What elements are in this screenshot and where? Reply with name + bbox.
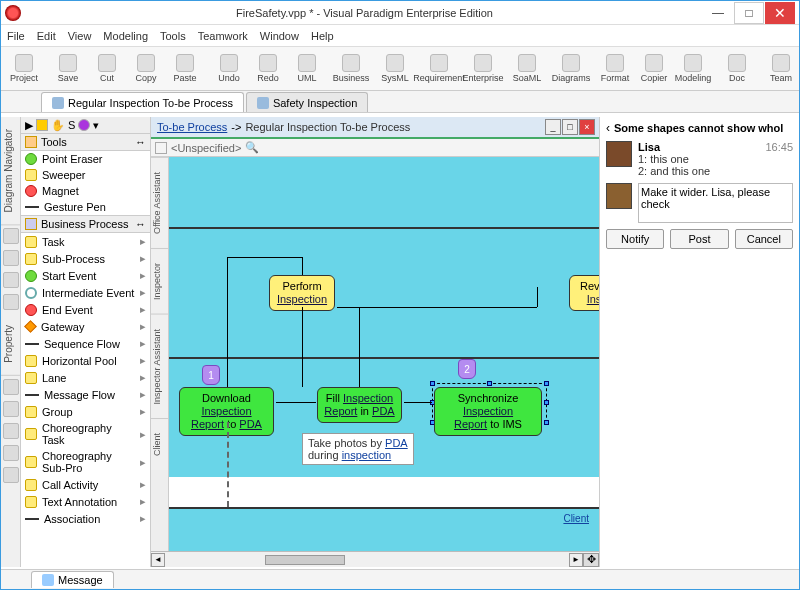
palette-selector-row[interactable]: ▶✋S▾ (21, 117, 150, 133)
side-icon[interactable] (3, 401, 19, 417)
menu-window[interactable]: Window (260, 30, 299, 42)
palette-bp-item[interactable]: Gateway▸ (21, 318, 150, 335)
toolbar-uml[interactable]: UML (288, 49, 326, 89)
pan-grip-icon[interactable]: ✥ (583, 553, 599, 567)
toolbar-requirement[interactable]: Requirement (420, 49, 458, 89)
toolbar-copy[interactable]: Copy (127, 49, 165, 89)
diagram-canvas[interactable]: Perform Inspection Revie Ins 1 2 Downloa… (169, 157, 599, 551)
toolbar-team[interactable]: Team (762, 49, 799, 89)
unspecified-label[interactable]: <Unspecified> (171, 142, 241, 154)
lane-tab-insp-asst[interactable]: Inspector Assistant (151, 314, 168, 419)
menu-tools[interactable]: Tools (160, 30, 186, 42)
doc-max-button[interactable]: □ (562, 119, 578, 135)
toolbar-undo[interactable]: Undo (210, 49, 248, 89)
lane-tab-office[interactable]: Office Assistant (151, 157, 168, 248)
toolbar-redo[interactable]: Redo (249, 49, 287, 89)
toolbar-copier[interactable]: Copier (635, 49, 673, 89)
lane-tab-inspector[interactable]: Inspector (151, 248, 168, 314)
doc-tab[interactable]: Safety Inspection (246, 92, 368, 112)
toolbar-modeling[interactable]: Modeling (674, 49, 712, 89)
doc-close-button[interactable]: × (579, 119, 595, 135)
close-button[interactable]: ✕ (765, 2, 795, 24)
palette-bp-item[interactable]: Sub-Process▸ (21, 250, 150, 267)
side-icon[interactable] (3, 272, 19, 288)
scroll-right-icon[interactable]: ► (569, 553, 583, 567)
annotation-note[interactable]: Take photos by PDA during inspection (302, 433, 414, 465)
menu-teamwork[interactable]: Teamwork (198, 30, 248, 42)
palette-bp-item[interactable]: Intermediate Event▸ (21, 284, 150, 301)
palette-bp-item[interactable]: Choreography Task▸ (21, 420, 150, 448)
search-icon[interactable]: 🔍 (245, 141, 259, 154)
reply-input[interactable] (638, 183, 793, 223)
side-tab-diagram-nav[interactable]: Diagram Navigator (1, 117, 20, 225)
palette-tool[interactable]: Magnet (21, 183, 150, 199)
task-review[interactable]: Revie Ins (569, 275, 599, 311)
notify-button[interactable]: Notify (606, 229, 664, 249)
toolbar-soaml[interactable]: SoaML (508, 49, 546, 89)
toolbar-doc[interactable]: Doc (718, 49, 756, 89)
document-tabs: Regular Inspection To-be ProcessSafety I… (1, 91, 799, 113)
chevron-left-icon[interactable]: ‹ (606, 121, 610, 135)
side-icon[interactable] (3, 423, 19, 439)
palette-bp-item[interactable]: Association▸ (21, 510, 150, 527)
checkbox-icon[interactable] (155, 142, 167, 154)
palette-section-bp[interactable]: Business Process↔ (21, 215, 150, 233)
menu-file[interactable]: File (7, 30, 25, 42)
palette-bp-item[interactable]: Sequence Flow▸ (21, 335, 150, 352)
doc-tab[interactable]: Regular Inspection To-be Process (41, 92, 244, 112)
palette-section-tools[interactable]: Tools↔ (21, 133, 150, 151)
canvas-hscrollbar[interactable]: ◄ ► ✥ (151, 551, 599, 567)
minimize-button[interactable]: — (703, 2, 733, 24)
toolbar-enterprise[interactable]: Enterprise (464, 49, 502, 89)
menu-help[interactable]: Help (311, 30, 334, 42)
palette-bp-item[interactable]: Choreography Sub-Pro▸ (21, 448, 150, 476)
comment-marker-1[interactable]: 1 (202, 365, 220, 385)
palette-bp-item[interactable]: Horizontal Pool▸ (21, 352, 150, 369)
palette-bp-item[interactable]: Start Event▸ (21, 267, 150, 284)
toolbar-sysml[interactable]: SysML (376, 49, 414, 89)
palette-tool[interactable]: Gesture Pen (21, 199, 150, 215)
palette-bp-item[interactable]: Task▸ (21, 233, 150, 250)
client-label[interactable]: Client (563, 513, 589, 524)
scroll-left-icon[interactable]: ◄ (151, 553, 165, 567)
palette-bp-item[interactable]: Text Annotation▸ (21, 493, 150, 510)
palette-tool[interactable]: Point Eraser (21, 151, 150, 167)
lane-tab-client[interactable]: Client (151, 418, 168, 470)
side-icon[interactable] (3, 467, 19, 483)
side-tab-property[interactable]: Property (1, 313, 20, 376)
post-button[interactable]: Post (670, 229, 728, 249)
side-icon[interactable] (3, 379, 19, 395)
breadcrumb-root[interactable]: To-be Process (157, 121, 227, 133)
palette-bp-item[interactable]: End Event▸ (21, 301, 150, 318)
toolbar-save[interactable]: Save (49, 49, 87, 89)
side-icon[interactable] (3, 228, 19, 244)
side-icon[interactable] (3, 294, 19, 310)
menu-view[interactable]: View (68, 30, 92, 42)
maximize-button[interactable]: □ (734, 2, 764, 24)
menu-edit[interactable]: Edit (37, 30, 56, 42)
toolbar-paste[interactable]: Paste (166, 49, 204, 89)
toolbar-diagrams[interactable]: Diagrams (552, 49, 590, 89)
task-perform-inspection[interactable]: Perform Inspection (269, 275, 335, 311)
task-label: Revie (580, 280, 599, 292)
palette-bp-item[interactable]: Call Activity▸ (21, 476, 150, 493)
toolbar-project[interactable]: Project (5, 49, 43, 89)
palette-tool[interactable]: Sweeper (21, 167, 150, 183)
comment-marker-2[interactable]: 2 (458, 359, 476, 379)
toolbar-format[interactable]: Format (596, 49, 634, 89)
scroll-thumb[interactable] (265, 555, 345, 565)
doc-min-button[interactable]: _ (545, 119, 561, 135)
window-title: FireSafety.vpp * - Visual Paradigm Enter… (27, 7, 702, 19)
palette-bp-item[interactable]: Group▸ (21, 403, 150, 420)
bottom-tab-message[interactable]: Message (31, 571, 114, 588)
menu-modeling[interactable]: Modeling (103, 30, 148, 42)
palette-bp-item[interactable]: Message Flow▸ (21, 386, 150, 403)
palette-bp-item[interactable]: Lane▸ (21, 369, 150, 386)
toolbar-business[interactable]: Business (332, 49, 370, 89)
task-fill-report[interactable]: Fill Inspection Report in PDA (317, 387, 402, 423)
cancel-button[interactable]: Cancel (735, 229, 793, 249)
side-icon[interactable] (3, 445, 19, 461)
task-synchronize-report[interactable]: Synchronize Inspection Report to IMS (434, 387, 542, 436)
side-icon[interactable] (3, 250, 19, 266)
toolbar-cut[interactable]: Cut (88, 49, 126, 89)
